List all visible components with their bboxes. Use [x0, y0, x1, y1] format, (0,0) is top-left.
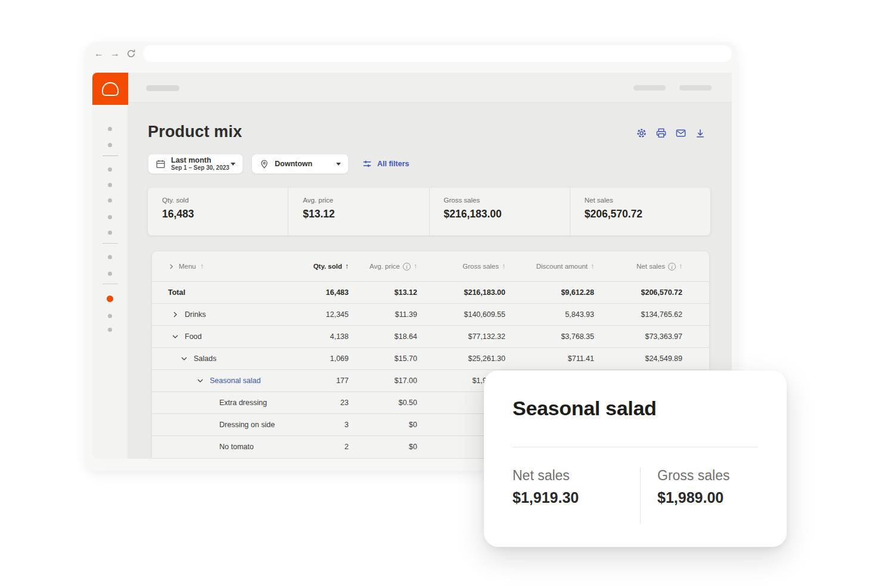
column-header-menu[interactable]: Menu ↑ — [152, 262, 280, 270]
sidebar-nav-dot[interactable] — [108, 272, 112, 276]
stat-net-sales: Net sales $206,570.72 — [570, 188, 710, 235]
chevron-down-icon — [336, 163, 341, 166]
header-placeholder — [679, 85, 712, 91]
sidebar-divider — [103, 243, 118, 244]
stat-label: Gross sales — [444, 197, 570, 204]
cell-qty: 2 — [280, 443, 349, 451]
settings-icon[interactable] — [636, 127, 647, 139]
cell-avg: $0 — [349, 421, 417, 429]
cell-discount: $711.41 — [505, 354, 594, 363]
table-row-salads[interactable]: Salads 1,069 $15.70 $25,261.30 $711.41 $… — [152, 347, 709, 369]
chevron-down-icon[interactable] — [172, 333, 179, 340]
item-detail-popup: Seasonal salad Net sales $1,919.30 Gross… — [484, 371, 787, 547]
location-pin-icon — [259, 159, 269, 169]
column-header-qty-sold[interactable]: Qty. sold ↑ — [280, 262, 349, 270]
all-filters-button[interactable]: All filters — [362, 158, 409, 169]
sidebar-nav-dot[interactable] — [108, 328, 112, 332]
cell-discount: 5,843.93 — [505, 310, 594, 319]
sidebar-nav-dot[interactable] — [108, 167, 112, 172]
cell-discount: $9,612.28 — [505, 288, 594, 297]
location-filter[interactable]: Downtown — [251, 154, 349, 174]
cell-net: $73,363.97 — [594, 332, 682, 341]
breadcrumb-placeholder — [146, 85, 179, 91]
column-header-avg-price[interactable]: Avg. price i ↑ — [349, 262, 417, 270]
cell-qty: 23 — [280, 399, 349, 407]
date-filter-range: Sep 1 – Sep 30, 2023 — [171, 164, 229, 172]
report-actions — [636, 127, 706, 139]
row-label: Total — [168, 288, 185, 297]
email-icon[interactable] — [675, 127, 687, 139]
address-bar[interactable] — [143, 45, 732, 62]
cell-qty: 1,069 — [280, 354, 349, 363]
cell-net: $24,549.89 — [594, 354, 682, 363]
metric-label: Net sales — [513, 468, 640, 484]
cell-avg: $17.00 — [349, 377, 417, 385]
row-label: Drinks — [185, 310, 206, 319]
forward-icon[interactable]: → — [110, 48, 120, 60]
cell-net: $134,765.62 — [594, 310, 682, 319]
cell-avg: $18.64 — [349, 332, 417, 341]
seasonal-salad-link[interactable]: Seasonal salad — [210, 377, 260, 385]
sidebar-nav-dot[interactable] — [108, 127, 112, 131]
popup-title: Seasonal salad — [513, 397, 657, 420]
cell-qty: 3 — [280, 421, 349, 429]
sidebar-nav-dot[interactable] — [108, 143, 112, 147]
popup-metrics: Net sales $1,919.30 Gross sales $1,989.0… — [513, 468, 729, 522]
stat-label: Net sales — [585, 197, 710, 204]
info-icon[interactable]: i — [668, 263, 676, 270]
sidebar-nav-dot[interactable] — [108, 198, 112, 203]
page-background: ← → — [0, 0, 882, 588]
sidebar-nav-dot-active[interactable] — [107, 295, 113, 302]
row-label: No tomato — [219, 443, 254, 451]
divider — [513, 447, 758, 447]
stat-value: $206,570.72 — [585, 208, 710, 220]
filter-bar: Last month Sep 1 – Sep 30, 2023 Downtown — [148, 154, 409, 174]
chevron-down-icon — [231, 163, 235, 166]
row-label: Extra dressing — [219, 399, 267, 407]
cell-discount: $3,768.35 — [505, 332, 594, 341]
cell-avg: $0.50 — [349, 399, 417, 407]
table-row-food[interactable]: Food 4,138 $18.64 $77,132.32 $3,768.35 $… — [152, 325, 709, 347]
cell-gross: $77,132.32 — [417, 332, 505, 341]
row-label: Salads — [194, 354, 216, 363]
print-icon[interactable] — [656, 127, 667, 139]
sort-icon[interactable]: ↑ — [200, 262, 204, 270]
sidebar-nav-dot[interactable] — [108, 314, 112, 318]
column-header-gross-sales[interactable]: Gross sales ↑ — [417, 262, 505, 270]
app-header-band — [128, 73, 732, 102]
chevron-down-icon[interactable] — [181, 355, 188, 362]
metric-value: $1,919.30 — [513, 489, 640, 506]
sidebar — [92, 73, 128, 459]
chevron-down-icon[interactable] — [197, 377, 204, 384]
metric-label: Gross sales — [657, 468, 729, 484]
cell-qty: 4,138 — [280, 332, 349, 341]
download-icon[interactable] — [695, 128, 706, 139]
sidebar-nav-dot[interactable] — [108, 255, 112, 259]
table-row-drinks[interactable]: Drinks 12,345 $11.39 $140,609.55 5,843.9… — [152, 303, 709, 325]
info-icon[interactable]: i — [403, 263, 411, 270]
calendar-icon — [156, 159, 166, 169]
reload-icon[interactable] — [126, 49, 136, 58]
stat-label: Avg. price — [303, 197, 428, 204]
cell-avg: $13.12 — [349, 288, 417, 297]
table-row-total: Total 16,483 $13.12 $216,183.00 $9,612.2… — [152, 281, 709, 303]
column-header-net-sales[interactable]: Net sales i ↑ — [594, 262, 682, 270]
vertical-divider — [640, 468, 641, 522]
chevron-right-icon[interactable] — [172, 311, 179, 318]
sliders-icon — [362, 158, 372, 169]
sidebar-nav-dot[interactable] — [108, 183, 112, 187]
sidebar-divider — [103, 284, 118, 284]
column-header-discount-amount[interactable]: Discount amount ↑ — [505, 262, 594, 270]
sort-icon[interactable]: ↑ — [679, 262, 682, 270]
chevron-right-icon[interactable] — [168, 263, 175, 270]
summary-stats-card: Qty. sold 16,483 Avg. price $13.12 Gross… — [148, 188, 710, 235]
sidebar-nav-dot[interactable] — [108, 231, 112, 235]
stat-avg-price: Avg. price $13.12 — [288, 188, 428, 235]
sidebar-nav-dot[interactable] — [108, 215, 112, 219]
back-icon[interactable]: ← — [94, 48, 104, 60]
toast-logo[interactable] — [92, 73, 128, 105]
date-range-filter[interactable]: Last month Sep 1 – Sep 30, 2023 — [148, 154, 243, 174]
cell-net: $206,570.72 — [594, 288, 682, 297]
header-placeholder — [633, 85, 666, 91]
cell-qty: 16,483 — [280, 288, 349, 297]
